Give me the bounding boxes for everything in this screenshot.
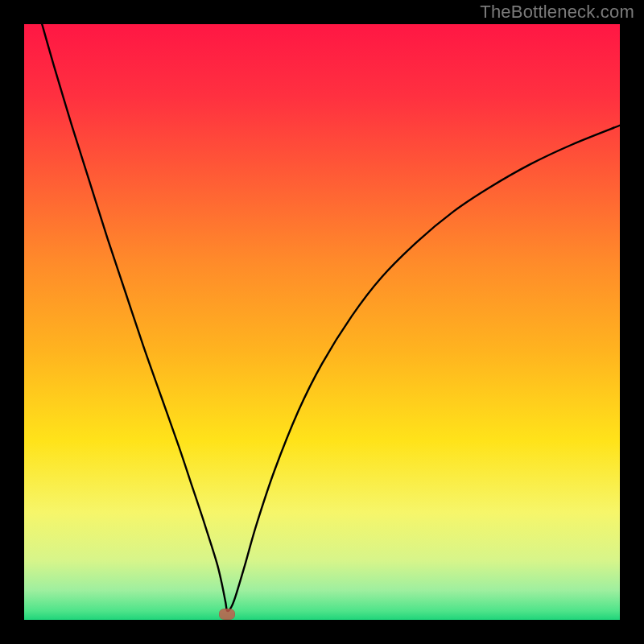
background-gradient <box>24 24 620 620</box>
chart-container: TheBottleneck.com <box>0 0 644 644</box>
plot-area <box>24 24 620 620</box>
watermark-text: TheBottleneck.com <box>480 2 634 23</box>
plot-svg <box>24 24 620 620</box>
data-point-marker <box>219 609 235 620</box>
